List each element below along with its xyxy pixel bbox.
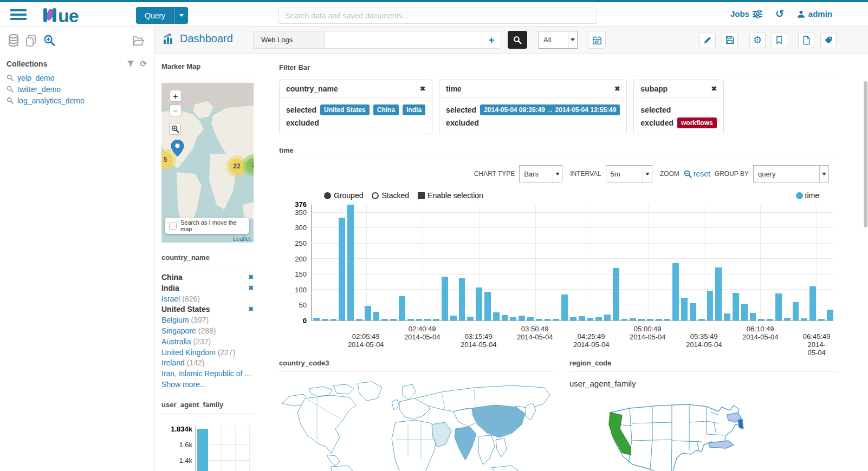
query-button-label[interactable]: Query [136, 7, 174, 24]
time-bar[interactable] [467, 317, 474, 320]
user-agent-family-chart[interactable]: 1.834k1.6k1.4k [161, 421, 254, 471]
time-bar[interactable] [450, 316, 457, 320]
time-bar[interactable] [707, 291, 714, 320]
copy-documents-icon[interactable] [25, 34, 37, 47]
interval-select[interactable]: 5m [606, 165, 652, 182]
time-bar[interactable] [613, 268, 619, 320]
marker-map-widget[interactable]: + − 5 22 2 Search as I move the map Leaf… [161, 83, 254, 243]
time-bar[interactable] [502, 315, 508, 320]
time-bar[interactable] [442, 277, 448, 320]
time-bar[interactable] [630, 318, 636, 320]
enable-selection-checkbox[interactable]: Enable selection [418, 191, 483, 200]
time-bar[interactable] [407, 319, 414, 320]
map-box-zoom-button[interactable] [169, 123, 181, 135]
time-bar[interactable] [356, 319, 362, 320]
time-bar[interactable] [399, 296, 405, 320]
dashboard-search-button[interactable] [508, 31, 527, 49]
time-bar[interactable] [724, 313, 730, 320]
time-bar[interactable] [570, 317, 576, 320]
tags-button[interactable] [820, 32, 837, 48]
time-bar[interactable] [758, 319, 765, 320]
filter-funnel-icon[interactable] [127, 60, 134, 68]
time-bar-chart[interactable]: 050100150200250300350376 02:05:492014-05… [287, 200, 835, 352]
query-split-button[interactable]: Query [136, 7, 188, 24]
hue-logo[interactable]: ue [42, 5, 99, 25]
time-bar[interactable] [433, 319, 439, 320]
collection-name-label[interactable]: Web Logs [253, 31, 325, 49]
time-bar[interactable] [459, 278, 465, 320]
time-bar[interactable] [545, 319, 551, 320]
time-bar[interactable] [664, 319, 671, 320]
close-icon[interactable]: ✖ [711, 85, 717, 93]
time-bar[interactable] [818, 319, 825, 320]
save-button[interactable] [722, 32, 738, 48]
dashboard-query-input[interactable] [325, 31, 482, 49]
facet-item[interactable]: United States✖ [161, 304, 254, 315]
new-document-button[interactable] [798, 32, 814, 48]
time-bar[interactable] [579, 316, 585, 320]
time-bar[interactable] [331, 319, 337, 320]
close-icon[interactable]: ✖ [614, 85, 620, 93]
time-bar[interactable] [741, 304, 748, 320]
time-bar[interactable] [827, 310, 833, 320]
time-bar[interactable] [733, 293, 739, 320]
query-dropdown-caret[interactable] [174, 7, 188, 24]
time-bar[interactable] [672, 263, 679, 320]
time-bar[interactable] [775, 293, 782, 320]
search-as-move-toggle[interactable]: Search as I move the map [165, 218, 249, 234]
database-widget-icon[interactable] [8, 34, 20, 47]
filter-value-badge[interactable]: China [373, 104, 399, 115]
time-bar[interactable] [595, 317, 602, 320]
time-bar[interactable] [493, 312, 500, 320]
time-bar[interactable] [561, 295, 568, 320]
zoom-reset-link[interactable]: reset [684, 169, 710, 178]
checkbox[interactable] [169, 222, 177, 230]
filter-value-badge[interactable]: United States [320, 104, 370, 115]
time-bar[interactable] [484, 292, 491, 321]
time-bar[interactable] [715, 267, 722, 320]
filter-value-badge[interactable]: India [403, 104, 425, 115]
time-bar[interactable] [621, 319, 628, 320]
hamburger-menu-icon[interactable] [10, 9, 27, 20]
history-button[interactable]: ↺ [775, 9, 784, 19]
time-bar[interactable] [510, 317, 516, 320]
map-zoom-in-button[interactable]: + [170, 90, 182, 102]
time-bar[interactable] [587, 318, 594, 320]
close-icon[interactable]: ✖ [420, 85, 425, 93]
time-bar[interactable] [638, 319, 645, 320]
country-code3-gradient-map[interactable] [279, 379, 553, 471]
time-bar[interactable] [381, 319, 388, 320]
facet-item[interactable]: India✖ [161, 283, 254, 294]
time-bar[interactable] [656, 319, 662, 320]
page-scrollbar[interactable] [864, 81, 867, 227]
facet-item[interactable]: Singapore(288) [161, 326, 254, 337]
settings-button[interactable]: ⚙ [749, 32, 766, 48]
sidebar-item-log_analytics_demo[interactable]: log_analytics_demo [7, 95, 150, 106]
bookmark-button[interactable] [771, 32, 787, 48]
time-bar[interactable] [681, 298, 688, 320]
time-bar[interactable] [416, 319, 423, 320]
jobs-link[interactable]: Jobs [730, 9, 762, 18]
time-bar[interactable] [809, 286, 816, 320]
add-filter-button[interactable]: + [482, 31, 501, 49]
remove-filter-icon[interactable]: ✖ [248, 272, 254, 283]
facet-item[interactable]: Belgium(397) [161, 315, 254, 326]
zoom-in-widget-icon[interactable] [43, 34, 55, 47]
facet-item[interactable]: United Kingdom(227) [161, 348, 254, 358]
time-bar[interactable] [801, 318, 807, 320]
time-bar[interactable] [476, 287, 482, 320]
stacked-radio[interactable]: Stacked [372, 191, 409, 200]
time-bar[interactable] [690, 303, 696, 320]
time-bar[interactable] [527, 317, 534, 320]
facet-item[interactable]: China✖ [161, 272, 254, 283]
time-bar[interactable] [322, 319, 328, 320]
refresh-icon[interactable]: ⟳ [140, 60, 147, 68]
filter-value-badge[interactable]: workflows [677, 117, 717, 128]
time-bar[interactable] [365, 306, 371, 320]
time-bar[interactable] [604, 315, 611, 320]
time-bar[interactable] [784, 318, 791, 320]
edit-dashboard-button[interactable] [699, 32, 716, 48]
time-bar[interactable] [339, 218, 345, 320]
time-bar[interactable] [767, 319, 773, 320]
leaflet-attribution-link[interactable]: Leaflet [233, 236, 251, 242]
